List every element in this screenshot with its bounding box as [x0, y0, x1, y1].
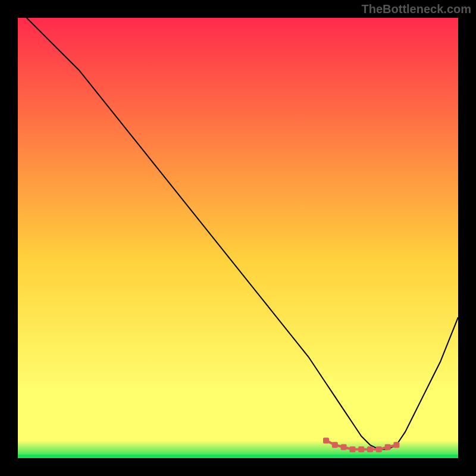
svg-rect-1 [18, 455, 458, 458]
svg-rect-0 [18, 18, 458, 458]
chart-plot [18, 18, 458, 458]
watermark-text: TheBottleneck.com [362, 2, 471, 16]
